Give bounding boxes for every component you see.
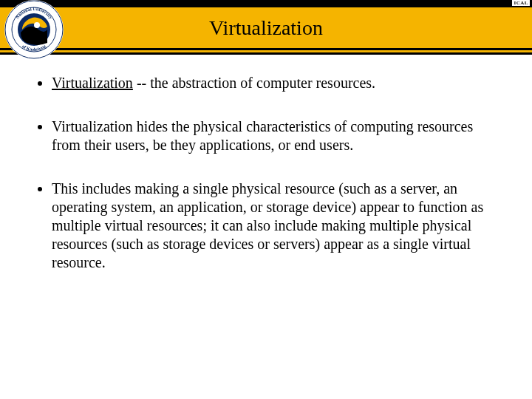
- bullet-3: This includes making a single physical r…: [52, 180, 505, 272]
- top-black-bar: [0, 0, 532, 7]
- divider-black-2: [0, 52, 532, 55]
- bullet-2: Virtualization hides the physical charac…: [52, 117, 505, 154]
- content-area: Virtualization -- the abstraction of com…: [33, 74, 505, 297]
- corner-tag: ICAL: [512, 0, 530, 6]
- bullet-1-term: Virtualization: [52, 75, 133, 91]
- slide-title: Virtualization: [0, 16, 532, 40]
- slide: ICAL National University of Kaohsiung Vi…: [0, 0, 532, 399]
- bullet-1: Virtualization -- the abstraction of com…: [52, 74, 505, 92]
- bullet-1-rest: -- the abstraction of computer resources…: [133, 75, 375, 91]
